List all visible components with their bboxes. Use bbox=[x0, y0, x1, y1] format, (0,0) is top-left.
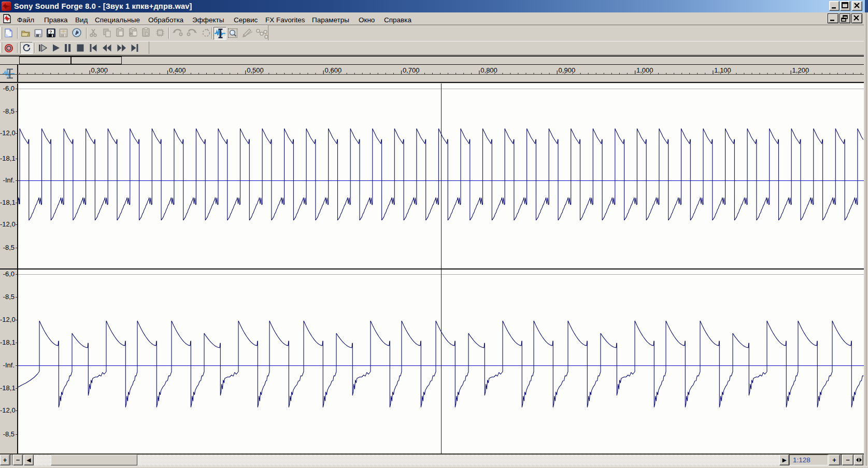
svg-text:1,100: 1,100 bbox=[714, 66, 731, 74]
svg-text:0,700: 0,700 bbox=[403, 66, 420, 74]
svg-text:1,000: 1,000 bbox=[636, 66, 653, 74]
svg-text:0,900: 0,900 bbox=[559, 66, 576, 74]
svg-text:0,400: 0,400 bbox=[169, 66, 186, 74]
svg-text:0,600: 0,600 bbox=[325, 66, 342, 74]
svg-text:0,500: 0,500 bbox=[247, 66, 264, 74]
svg-text:?: ? bbox=[49, 30, 52, 35]
svg-text:0,800: 0,800 bbox=[480, 66, 497, 74]
svg-text:1,200: 1,200 bbox=[792, 66, 809, 74]
svg-text:0,300: 0,300 bbox=[91, 66, 108, 74]
